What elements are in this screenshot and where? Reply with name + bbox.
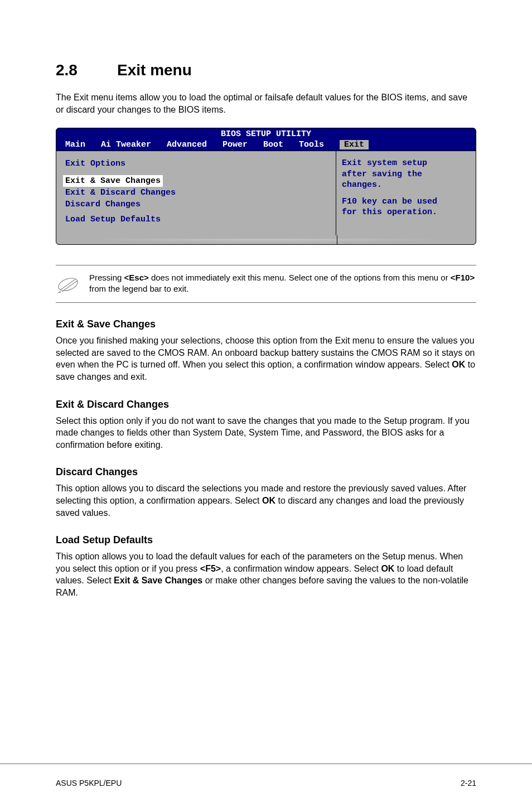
section-body-load-defaults: This option allows you to load the defau… [56,550,476,598]
text-part-bold: OK [381,564,394,573]
section-title-exit-discard: Exit & Discard Changes [56,399,476,410]
page-footer: ASUS P5KPL/EPU 2-21 [0,764,532,802]
svg-line-1 [60,279,76,290]
note-callout: Pressing <Esc> does not immediately exit… [56,265,476,303]
text-part: Once you finished making your selections… [56,336,475,369]
bios-menu-tools: Tools [299,140,324,149]
note-part: Pressing [89,273,124,282]
text-part-bold: Exit & Save Changes [114,576,202,585]
bios-item-load-defaults: Load Setup Defaults [65,214,327,225]
bios-item-discard: Discard Changes [65,199,327,210]
heading-number: 2.8 [56,61,117,79]
section-title-load-defaults: Load Setup Defaults [56,534,476,546]
section-body-discard: This option allows you to discard the se… [56,482,476,519]
bios-menu-main: Main [65,140,85,149]
text-part: , a confirmation window appears. Select [221,564,381,573]
page-heading: 2.8 Exit menu [56,61,476,79]
footer-right: 2-21 [461,779,476,787]
bios-menu-boot: Boot [263,140,283,149]
bios-help-line: F10 key can be used [342,196,468,207]
section-body-exit-discard: Select this option only if you do not wa… [56,415,476,451]
section-body-exit-save: Once you finished making your selections… [56,335,476,383]
bios-menu-ai-tweaker: Ai Tweaker [101,140,151,149]
bios-menu-advanced: Advanced [167,140,207,149]
bios-menu-exit: Exit [340,140,369,149]
note-icon [56,272,89,296]
note-part: from the legend bar to exit. [89,284,188,293]
footer-left: ASUS P5KPL/EPU [56,779,122,787]
bios-menu-power: Power [223,140,248,149]
bios-help-line: after saving the [342,169,468,180]
text-part-bold: OK [452,360,465,369]
section-title-exit-save: Exit & Save Changes [56,318,476,330]
note-part: does not immediately exit this menu. Sel… [149,273,451,282]
bios-exit-options-label: Exit Options [65,158,327,170]
bios-help-line: Exit system setup [342,158,468,169]
text-part-bold: <F5> [200,564,221,573]
bios-screenshot: BIOS SETUP UTILITY Main Ai Tweaker Advan… [56,128,476,245]
note-text: Pressing <Esc> does not immediately exit… [89,272,476,296]
bios-item-exit-save: Exit & Save Changes [63,175,163,187]
intro-paragraph: The Exit menu items allow you to load th… [56,91,476,115]
bios-help-pane: Exit system setup after saving the chang… [336,151,476,235]
note-key-esc: <Esc> [124,273,149,282]
text-part: Select this option only if you do not wa… [56,416,470,450]
bios-item-exit-discard: Exit & Discard Changes [65,187,327,199]
note-key-f10: <F10> [451,273,475,282]
bios-help-line: for this operation. [342,207,468,218]
bios-menu-bar: Main Ai Tweaker Advanced Power Boot Tool… [56,139,476,151]
bios-utility-title: BIOS SETUP UTILITY [56,128,476,139]
section-title-discard: Discard Changes [56,466,476,478]
text-part-bold: OK [262,496,275,505]
bios-help-line: changes. [342,180,468,191]
bios-left-pane: Exit Options Exit & Save Changes Exit & … [56,151,336,235]
heading-text: Exit menu [117,61,192,79]
